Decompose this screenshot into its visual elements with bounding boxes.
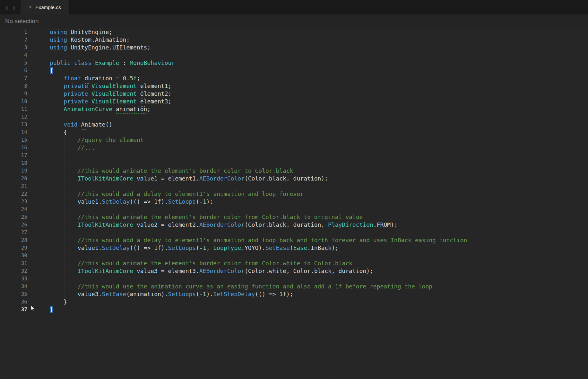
code-lines: 1using UnityEngine;2using Kostom.Animati… — [0, 28, 588, 313]
code-token: Ease — [293, 244, 307, 251]
code-token: SetEase — [102, 291, 126, 297]
code-line[interactable]: 12 — [0, 113, 588, 121]
code-line[interactable]: 30 — [0, 252, 588, 260]
line-number[interactable]: 33 — [0, 275, 27, 283]
line-number[interactable]: 37 — [0, 306, 27, 313]
code-line[interactable]: 23 value1.SetDelay(() => 1f).SetLoops(-1… — [0, 198, 588, 206]
line-number[interactable]: 11 — [0, 105, 27, 113]
code-line[interactable]: 14 { — [0, 128, 588, 136]
line-number[interactable]: 16 — [0, 144, 27, 152]
code-line[interactable]: 3using UnityEngine.UIElements; — [0, 44, 588, 51]
code-text: } — [50, 306, 53, 313]
code-line[interactable]: 18 — [0, 159, 588, 167]
code-line[interactable]: 35 value3.SetEase(animation).SetLoops(-1… — [0, 290, 588, 298]
line-number[interactable]: 4 — [0, 51, 27, 59]
tab-example-cs[interactable]: × Example.cs — [21, 0, 70, 14]
code-line[interactable]: 2using Kostom.Animation; — [0, 36, 588, 44]
line-number[interactable]: 15 — [0, 136, 27, 144]
code-line[interactable]: 1using UnityEngine; — [0, 28, 588, 36]
code-line[interactable]: 20 IToolKitAnimCore value1 = element1.AE… — [0, 175, 588, 182]
code-line[interactable]: 34 //this would use the animation curve … — [0, 283, 588, 290]
code-token: IToolKitAnimCore — [78, 268, 133, 274]
line-number[interactable]: 17 — [0, 152, 27, 159]
code-token: SetLoops — [168, 198, 196, 205]
line-number[interactable]: 23 — [0, 198, 27, 206]
line-number[interactable]: 25 — [0, 213, 27, 221]
line-number[interactable]: 20 — [0, 175, 27, 182]
line-number[interactable]: 22 — [0, 190, 27, 198]
code-line[interactable]: 28 //this would add a delay to element1'… — [0, 236, 588, 244]
code-line[interactable]: 37} — [0, 306, 588, 313]
code-line[interactable]: 15 //query the element — [0, 136, 588, 144]
line-number[interactable]: 13 — [0, 121, 27, 128]
code-line[interactable]: 7 float duration = 0.5f; — [0, 75, 588, 82]
line-number[interactable]: 21 — [0, 182, 27, 190]
line-number[interactable]: 32 — [0, 267, 27, 275]
line-number[interactable]: 10 — [0, 98, 27, 105]
line-number[interactable]: 1 — [0, 28, 27, 36]
line-number[interactable]: 7 — [0, 75, 27, 82]
nav-back-icon[interactable]: ‹ — [5, 3, 8, 12]
line-number[interactable]: 3 — [0, 44, 27, 51]
line-number[interactable]: 27 — [0, 229, 27, 236]
code-line[interactable]: 19 //this would animate the element's bo… — [0, 167, 588, 175]
code-line[interactable]: 17 — [0, 152, 588, 159]
line-number[interactable]: 29 — [0, 244, 27, 252]
code-text: private VisualElement element2; — [50, 90, 171, 98]
line-number[interactable]: 9 — [0, 90, 27, 98]
code-line[interactable]: 29 value1.SetDelay(() => 1f).SetLoops(-1… — [0, 244, 588, 252]
code-token — [50, 260, 78, 267]
code-line[interactable]: 22 //this would add a delay to element1'… — [0, 190, 588, 198]
code-token: ( — [196, 244, 199, 251]
code-line[interactable]: 32 IToolKitAnimCore value3 = element3.AE… — [0, 267, 588, 275]
line-number[interactable]: 28 — [0, 236, 27, 244]
line-number[interactable]: 35 — [0, 290, 27, 298]
line-number[interactable]: 12 — [0, 113, 27, 121]
code-text: IToolKitAnimCore value1 = element1.AEBor… — [50, 175, 328, 182]
code-token: duration — [84, 75, 112, 82]
code-line[interactable]: 5public class Example : MonoBehaviour — [0, 59, 588, 67]
code-line[interactable]: 25 //this would animate the element's bo… — [0, 213, 588, 221]
code-line[interactable]: 9 private VisualElement element2; — [0, 90, 588, 98]
code-token — [50, 121, 64, 128]
code-line[interactable]: 13 void Animate() — [0, 121, 588, 128]
line-number[interactable]: 31 — [0, 260, 27, 267]
code-line[interactable]: 24 — [0, 206, 588, 213]
code-line[interactable]: 33 — [0, 275, 588, 283]
line-number[interactable]: 19 — [0, 167, 27, 175]
code-token — [50, 144, 78, 151]
code-line[interactable]: 6{ — [0, 67, 588, 75]
code-line[interactable]: 10 private VisualElement element3; — [0, 98, 588, 105]
line-number[interactable]: 6 — [0, 67, 27, 75]
line-number[interactable]: 26 — [0, 221, 27, 229]
code-token — [91, 59, 95, 66]
line-number[interactable]: 8 — [0, 82, 27, 90]
line-number[interactable]: 5 — [0, 59, 27, 67]
code-token: private — [64, 98, 88, 105]
code-line[interactable]: 31 //this would animate the element's bo… — [0, 260, 588, 267]
code-line[interactable]: 4 — [0, 51, 588, 59]
close-icon[interactable]: × — [29, 5, 32, 10]
code-token: IToolKitAnimCore — [78, 175, 133, 182]
code-line[interactable]: 11 AnimationCurve animation; — [0, 105, 588, 113]
code-token: (() => — [130, 198, 154, 205]
line-number[interactable]: 34 — [0, 283, 27, 290]
code-token: () — [105, 121, 112, 128]
line-number[interactable]: 36 — [0, 298, 27, 306]
code-editor[interactable]: 1using UnityEngine;2using Kostom.Animati… — [0, 28, 588, 379]
nav-forward-icon[interactable]: › — [13, 3, 15, 12]
line-number[interactable]: 24 — [0, 206, 27, 213]
code-line[interactable]: 36 } — [0, 298, 588, 306]
line-number[interactable]: 2 — [0, 36, 27, 44]
code-token — [50, 190, 78, 197]
code-token: .InBack); — [307, 244, 339, 251]
code-line[interactable]: 26 IToolKitAnimCore value2 = element2.AE… — [0, 221, 588, 229]
code-token: ). — [206, 291, 213, 297]
code-line[interactable]: 16 //... — [0, 144, 588, 152]
line-number[interactable]: 30 — [0, 252, 27, 260]
line-number[interactable]: 14 — [0, 128, 27, 136]
code-line[interactable]: 27 — [0, 229, 588, 236]
code-line[interactable]: 21 — [0, 182, 588, 190]
line-number[interactable]: 18 — [0, 159, 27, 167]
code-token: ( — [196, 291, 199, 297]
